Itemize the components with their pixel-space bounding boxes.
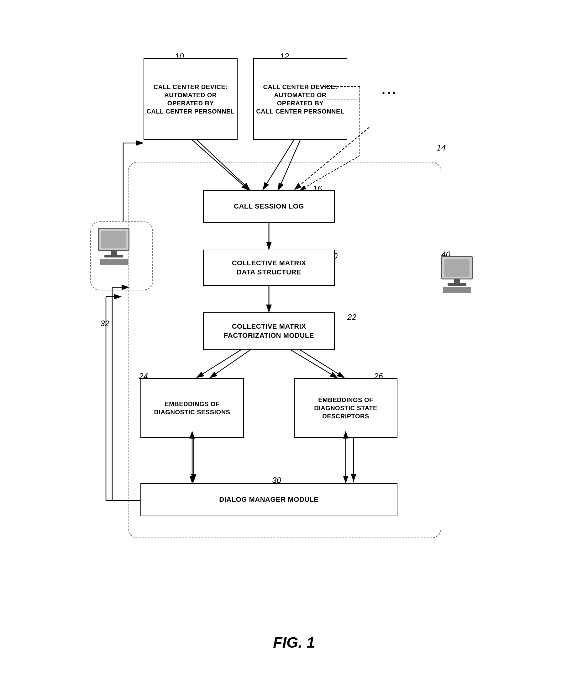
- computer-34-icon: [98, 228, 129, 265]
- label-14: 14: [437, 143, 446, 153]
- call-center-box-2: CALL CENTER DEVICE: AUTOMATED OR OPERATE…: [253, 58, 347, 140]
- embeddings-state-box: EMBEDDINGS OF DIAGNOSTIC STATE DESCRIPTO…: [294, 378, 397, 438]
- computer-40-icon: [441, 256, 473, 293]
- call-center-box-1: CALL CENTER DEVICE: AUTOMATED OR OPERATE…: [144, 58, 238, 140]
- dialog-manager-box: DIALOG MANAGER MODULE: [140, 483, 397, 516]
- call-session-log-box: CALL SESSION LOG: [203, 190, 335, 223]
- figure-caption: FIG. 1: [273, 634, 315, 651]
- label-32: 32: [100, 318, 109, 328]
- embeddings-sessions-box: EMBEDDINGS OF DIAGNOSTIC SESSIONS: [140, 378, 244, 438]
- page: 10 12 14 16 20 22 24 26 30 32 34 40 ... …: [0, 0, 588, 700]
- diagram-container: 10 12 14 16 20 22 24 26 30 32 34 40 ... …: [75, 36, 513, 664]
- collective-matrix-ds-box: COLLECTIVE MATRIX DATA STRUCTURE: [203, 250, 335, 286]
- dots-indicator: ...: [382, 83, 398, 97]
- collective-matrix-fm-box: COLLECTIVE MATRIX FACTORIZATION MODULE: [203, 312, 335, 350]
